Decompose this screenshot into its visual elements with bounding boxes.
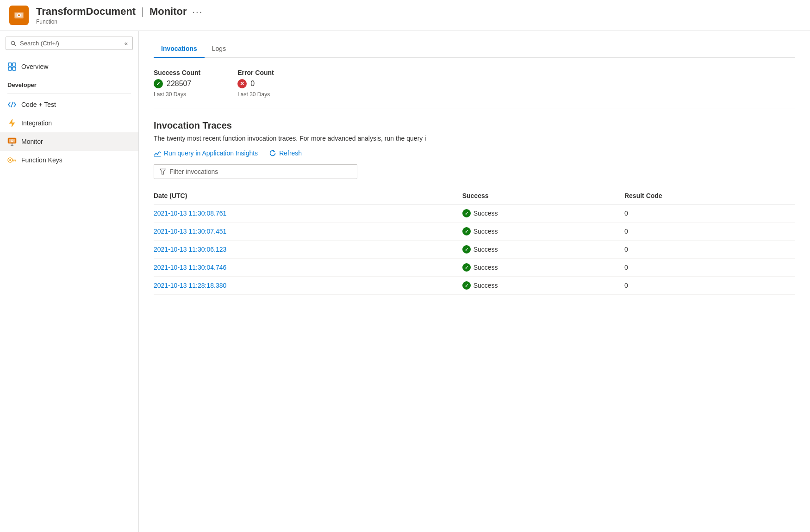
tab-logs[interactable]: Logs — [205, 40, 233, 58]
svg-marker-23 — [160, 169, 165, 174]
invocation-traces-desc: The twenty most recent function invocati… — [154, 135, 795, 142]
code-icon — [7, 100, 17, 109]
refresh-label: Refresh — [279, 149, 302, 157]
sidebar-item-integration[interactable]: Integration — [0, 114, 138, 132]
svg-rect-8 — [8, 67, 12, 70]
cell-success: Success — [462, 277, 624, 295]
cell-date[interactable]: 2021-10-13 11:30:08.761 — [154, 204, 462, 223]
cell-date[interactable]: 2021-10-13 11:30:07.451 — [154, 223, 462, 241]
header-subtitle: Function — [36, 19, 203, 25]
tab-invocations[interactable]: Invocations — [154, 40, 205, 58]
sidebar-item-function-keys[interactable]: Function Keys — [0, 151, 138, 169]
filter-icon — [160, 168, 166, 175]
stats-divider — [154, 109, 795, 109]
success-sub: Last 30 Days — [154, 91, 200, 98]
header-sep: | — [141, 6, 144, 18]
error-stat: Error Count 0 Last 30 Days — [237, 69, 274, 98]
sidebar-item-code-test[interactable]: Code + Test — [0, 95, 138, 114]
chart-icon — [154, 149, 161, 157]
toolbar: Run query in Application Insights Refres… — [154, 149, 795, 157]
svg-rect-6 — [8, 63, 12, 66]
table-row: 2021-10-13 11:30:04.746 Success 0 — [154, 259, 795, 277]
success-text: Success — [474, 264, 498, 271]
svg-rect-7 — [12, 63, 16, 66]
main-content: Invocations Logs Success Count 228507 La… — [139, 31, 810, 532]
header: TransformDocument | Monitor ··· Function — [0, 0, 810, 31]
svg-rect-9 — [12, 67, 16, 70]
search-box[interactable]: « — [6, 37, 133, 50]
success-text: Success — [474, 210, 498, 217]
invocation-traces-title: Invocation Traces — [154, 120, 795, 131]
refresh-icon — [269, 149, 276, 157]
date-link[interactable]: 2021-10-13 11:30:06.123 — [154, 246, 226, 253]
tabs: Invocations Logs — [154, 40, 795, 58]
date-link[interactable]: 2021-10-13 11:30:07.451 — [154, 228, 226, 235]
cell-success: Success — [462, 241, 624, 259]
lightning-icon — [7, 118, 17, 128]
table-row: 2021-10-13 11:28:18.380 Success 0 — [154, 277, 795, 295]
error-count-icon — [237, 79, 247, 88]
more-button[interactable]: ··· — [193, 6, 203, 17]
search-input[interactable] — [20, 40, 121, 47]
function-keys-label: Function Keys — [21, 156, 62, 164]
cell-success: Success — [462, 259, 624, 277]
overview-label: Overview — [21, 63, 48, 70]
table-row: 2021-10-13 11:30:07.451 Success 0 — [154, 223, 795, 241]
filter-box[interactable] — [154, 164, 357, 179]
sidebar-item-overview[interactable]: Overview — [0, 57, 138, 76]
cell-result-code: 0 — [624, 204, 795, 223]
date-link[interactable]: 2021-10-13 11:28:18.380 — [154, 282, 226, 289]
run-query-button[interactable]: Run query in Application Insights — [154, 149, 258, 157]
refresh-button[interactable]: Refresh — [269, 149, 302, 157]
col-result-code: Result Code — [624, 188, 795, 204]
col-date: Date (UTC) — [154, 188, 462, 204]
row-success-icon — [462, 209, 471, 217]
svg-line-5 — [14, 44, 16, 45]
monitor-label: Monitor — [21, 138, 43, 145]
developer-section-header: Developer — [0, 76, 138, 91]
cell-success: Success — [462, 204, 624, 223]
success-count-icon — [154, 79, 163, 88]
success-label: Success Count — [154, 69, 200, 76]
svg-point-18 — [9, 159, 11, 161]
cell-result-code: 0 — [624, 241, 795, 259]
collapse-button[interactable]: « — [125, 40, 128, 47]
success-text: Success — [474, 246, 498, 253]
filter-input[interactable] — [169, 168, 351, 175]
app-icon — [9, 6, 29, 25]
error-sub: Last 30 Days — [237, 91, 274, 98]
error-label: Error Count — [237, 69, 274, 76]
cell-date[interactable]: 2021-10-13 11:30:04.746 — [154, 259, 462, 277]
col-success: Success — [462, 188, 624, 204]
cell-success: Success — [462, 223, 624, 241]
invocations-table: Date (UTC) Success Result Code 2021-10-1… — [154, 188, 795, 295]
sidebar-item-monitor[interactable]: Monitor — [0, 132, 138, 151]
date-link[interactable]: 2021-10-13 11:30:04.746 — [154, 264, 226, 271]
stats-row: Success Count 228507 Last 30 Days Error … — [154, 69, 795, 98]
header-title: TransformDocument | Monitor ··· Function — [36, 6, 203, 25]
cell-result-code: 0 — [624, 277, 795, 295]
success-value: 228507 — [167, 80, 191, 88]
success-stat: Success Count 228507 Last 30 Days — [154, 69, 200, 98]
cell-result-code: 0 — [624, 259, 795, 277]
row-success-icon — [462, 245, 471, 254]
monitor-icon — [7, 137, 17, 146]
key-icon — [7, 155, 17, 165]
overview-icon — [7, 62, 17, 71]
invocation-traces-section: Invocation Traces The twenty most recent… — [154, 120, 795, 295]
cell-date[interactable]: 2021-10-13 11:28:18.380 — [154, 277, 462, 295]
svg-line-10 — [11, 102, 13, 107]
page-name: Monitor — [150, 6, 187, 18]
svg-point-3 — [18, 14, 20, 16]
search-icon — [11, 40, 16, 47]
date-link[interactable]: 2021-10-13 11:30:08.761 — [154, 210, 226, 217]
row-success-icon — [462, 263, 471, 272]
integration-label: Integration — [21, 119, 52, 127]
app-name: TransformDocument — [36, 6, 136, 18]
cell-date[interactable]: 2021-10-13 11:30:06.123 — [154, 241, 462, 259]
row-success-icon — [462, 281, 471, 290]
run-query-label: Run query in Application Insights — [164, 149, 258, 157]
error-value: 0 — [250, 80, 255, 88]
sidebar: « Overview Developer — [0, 31, 139, 532]
svg-point-14 — [12, 140, 12, 141]
